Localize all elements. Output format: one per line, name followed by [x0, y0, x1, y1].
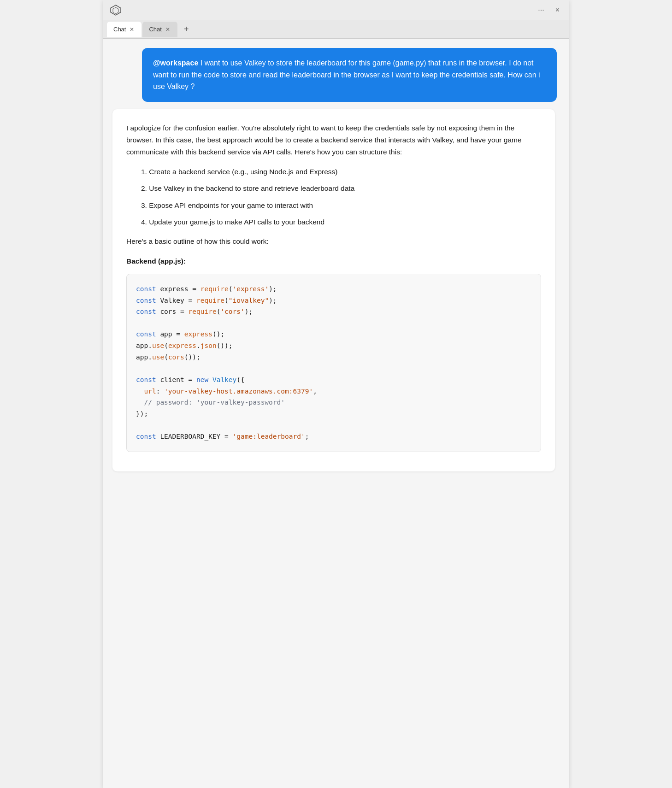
- close-window-button[interactable]: ×: [553, 5, 562, 15]
- tab-close-2[interactable]: ✕: [165, 26, 171, 33]
- new-tab-button[interactable]: +: [180, 24, 193, 34]
- chat-area: @workspace I want to use Valkey to store…: [103, 39, 569, 788]
- app-window: ··· × Chat ✕ Chat ✕ + @workspace I want …: [103, 0, 569, 788]
- workspace-mention: @workspace: [153, 59, 198, 67]
- tab-label-2: Chat: [149, 26, 161, 33]
- outline-intro: Here's a basic outline of how this could…: [126, 235, 541, 247]
- tab-bar: Chat ✕ Chat ✕ +: [103, 20, 569, 39]
- title-bar-right: ··· ×: [535, 5, 562, 15]
- tab-label-1: Chat: [113, 26, 126, 33]
- ai-response: I apologize for the confusion earlier. Y…: [112, 109, 555, 471]
- code-block-backend: const express = require('express'); cons…: [126, 274, 541, 452]
- step-4: 4. Update your game.js to make API calls…: [126, 216, 541, 228]
- tab-chat-1[interactable]: Chat ✕: [107, 22, 141, 37]
- code-content: const express = require('express'); cons…: [136, 283, 531, 442]
- step-3: 3. Expose API endpoints for your game to…: [126, 200, 541, 212]
- user-message: @workspace I want to use Valkey to store…: [142, 48, 557, 102]
- tab-chat-2[interactable]: Chat ✕: [142, 22, 177, 37]
- step-1: 1. Create a backend service (e.g., using…: [126, 166, 541, 178]
- svg-marker-1: [113, 7, 118, 14]
- backend-title: Backend (app.js):: [126, 255, 541, 267]
- step-2: 2. Use Valkey in the backend to store an…: [126, 182, 541, 194]
- more-options-button[interactable]: ···: [535, 5, 547, 15]
- tab-close-1[interactable]: ✕: [129, 26, 135, 33]
- app-icon: [110, 4, 122, 16]
- user-message-text: I want to use Valkey to store the leader…: [153, 59, 540, 90]
- title-bar-left: [110, 4, 122, 16]
- steps-list: 1. Create a backend service (e.g., using…: [126, 166, 541, 228]
- ai-intro-text: I apologize for the confusion earlier. Y…: [126, 122, 541, 159]
- title-bar: ··· ×: [103, 0, 569, 20]
